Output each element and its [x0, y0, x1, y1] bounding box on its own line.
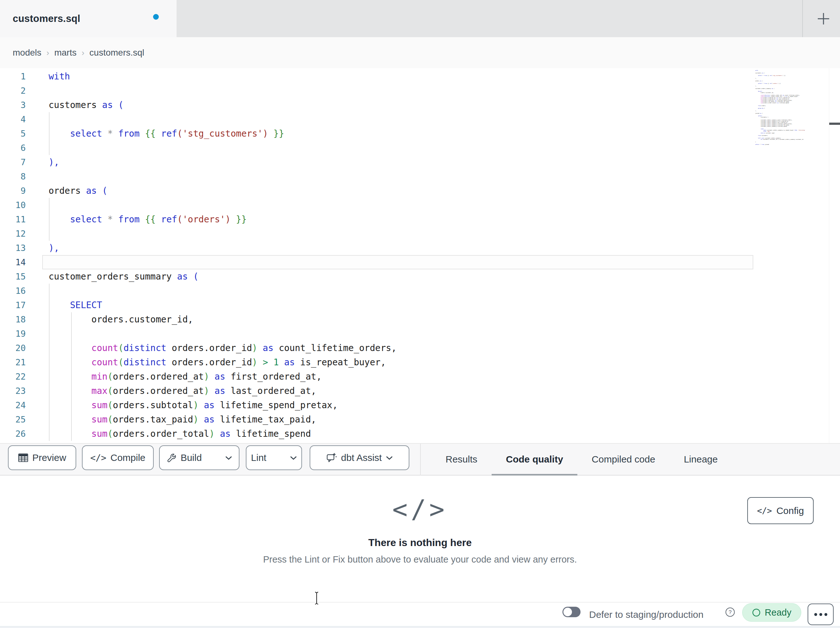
code-quality-panel: </> There is nothing here Press the Lint…	[0, 476, 840, 602]
code-line[interactable]: 5 select * from {{ ref('stg_customers') …	[0, 127, 840, 141]
build-label: Build	[181, 452, 202, 463]
help-icon: ?	[725, 607, 735, 617]
code-line[interactable]: 12	[0, 226, 840, 241]
line-number: 25	[0, 412, 26, 427]
tab-lineage[interactable]: Lineage	[669, 444, 732, 476]
ellipsis-icon	[814, 613, 817, 616]
more-options-button[interactable]	[808, 604, 834, 625]
preview-label: Preview	[32, 452, 66, 463]
code-line[interactable]: 11 select * from {{ ref('orders') }}	[0, 212, 840, 226]
ready-status-badge[interactable]: Ready	[742, 603, 801, 622]
assist-sparkle-chat-icon	[326, 452, 337, 463]
code-line[interactable]: 25 sum(orders.tax_paid) as lifetime_tax_…	[0, 412, 840, 427]
line-number: 8	[0, 169, 26, 183]
code-line[interactable]: 2	[0, 84, 840, 98]
code-lines: 1with23customers as (45 select * from {{…	[0, 69, 840, 441]
line-number: 14	[0, 255, 26, 269]
code-line[interactable]: 22 min(orders.ordered_at) as first_order…	[0, 369, 840, 384]
defer-help-button[interactable]: ?	[725, 607, 735, 619]
empty-state: </> There is nothing here Press the Lint…	[0, 495, 840, 565]
dbt-assist-button[interactable]: dbt Assist	[309, 445, 409, 470]
empty-state-subtitle: Press the Lint or Fix button above to ev…	[0, 554, 840, 565]
toggle-knob	[564, 607, 572, 616]
line-number: 21	[0, 355, 26, 369]
tab-compiled-code[interactable]: Compiled code	[577, 444, 669, 476]
lint-button[interactable]: Lint	[243, 446, 274, 470]
line-number: 10	[0, 198, 26, 212]
chevron-down-icon	[386, 456, 393, 460]
lint-split-button: Lint	[246, 445, 302, 470]
ellipsis-icon	[819, 613, 822, 616]
code-line[interactable]: 20 count(distinct orders.order_id) as co…	[0, 341, 840, 355]
code-line[interactable]: 10	[0, 198, 840, 212]
lint-label: Lint	[251, 452, 266, 463]
breadcrumb-item-models[interactable]: models	[13, 47, 41, 58]
dbt-assist-label: dbt Assist	[341, 452, 382, 463]
code-line[interactable]: 1with	[0, 69, 840, 84]
window-bottom-edge	[0, 626, 840, 628]
wrench-icon	[166, 452, 177, 463]
line-number: 9	[0, 183, 26, 198]
code-line[interactable]: 6	[0, 141, 840, 155]
status-ring-icon	[752, 608, 761, 617]
scrollbar-marker[interactable]	[829, 123, 840, 125]
line-number: 2	[0, 84, 26, 98]
line-number: 19	[0, 327, 26, 341]
code-line[interactable]: 9orders as (	[0, 183, 840, 198]
breadcrumb: models › marts › customers.sql	[13, 37, 144, 68]
defer-toggle[interactable]	[562, 607, 581, 617]
code-line[interactable]: 17 SELECT	[0, 298, 840, 312]
code-line[interactable]: 14	[0, 255, 840, 269]
code-line[interactable]: 7),	[0, 155, 840, 169]
code-line[interactable]: 15customer_orders_summary as (	[0, 269, 840, 284]
line-number: 13	[0, 241, 26, 255]
lint-dropdown-button[interactable]	[282, 446, 305, 470]
line-number: 6	[0, 141, 26, 155]
code-line[interactable]: 16	[0, 284, 840, 298]
code-line[interactable]: 8	[0, 169, 840, 183]
line-number: 16	[0, 284, 26, 298]
code-line[interactable]: 21 count(distinct orders.order_id) > 1 a…	[0, 355, 840, 369]
line-number: 12	[0, 226, 26, 241]
build-split-button: Build	[159, 445, 240, 470]
code-line[interactable]: 4	[0, 112, 840, 127]
tab-code-quality[interactable]: Code quality	[492, 444, 577, 476]
breadcrumb-item-marts[interactable]: marts	[54, 47, 77, 58]
config-button[interactable]: </> Config	[747, 497, 814, 524]
file-tab-title: customers.sql	[13, 13, 81, 24]
code-line[interactable]: 23 max(orders.ordered_at) as last_ordere…	[0, 384, 840, 398]
build-button[interactable]: Build	[159, 446, 210, 470]
file-tab-customers-sql[interactable]: customers.sql	[0, 0, 177, 37]
tab-bar-divider	[802, 0, 803, 37]
line-number: 4	[0, 112, 26, 127]
defer-label: Defer to staging/production	[589, 603, 703, 627]
code-line[interactable]: 26 sum(orders.order_total) as lifetime_s…	[0, 427, 840, 441]
unsaved-changes-dot-icon	[153, 14, 159, 20]
line-number: 22	[0, 369, 26, 384]
ready-label: Ready	[765, 607, 791, 618]
code-line[interactable]: 3customers as (	[0, 98, 840, 112]
compile-button[interactable]: </> Compile	[82, 445, 154, 470]
line-number: 24	[0, 398, 26, 412]
tab-results[interactable]: Results	[431, 444, 492, 476]
status-bar: Defer to staging/production ? Ready	[0, 602, 840, 626]
chevron-down-icon	[290, 456, 297, 460]
breadcrumb-separator: ›	[46, 48, 49, 58]
line-number: 11	[0, 212, 26, 226]
breadcrumb-item-file: customers.sql	[90, 47, 145, 58]
code-line[interactable]: 24 sum(orders.subtotal) as lifetime_spen…	[0, 398, 840, 412]
compile-label: Compile	[111, 452, 145, 463]
editor-minimap[interactable]: with customers as ( select * from {{ ref…	[755, 70, 829, 165]
code-line[interactable]: 18 orders.customer_id,	[0, 312, 840, 327]
line-number: 15	[0, 269, 26, 284]
preview-button[interactable]: Preview	[8, 445, 76, 470]
breadcrumb-separator: ›	[82, 48, 84, 58]
build-dropdown-button[interactable]	[218, 446, 240, 470]
code-line[interactable]: 19	[0, 327, 840, 341]
editor-tab-bar: customers.sql	[0, 0, 840, 37]
code-editor[interactable]: 1with23customers as (45 select * from {{…	[0, 68, 840, 443]
line-number: 1	[0, 69, 26, 84]
new-tab-button[interactable]	[807, 0, 840, 37]
code-brackets-icon: </>	[757, 506, 772, 516]
code-line[interactable]: 13),	[0, 241, 840, 255]
